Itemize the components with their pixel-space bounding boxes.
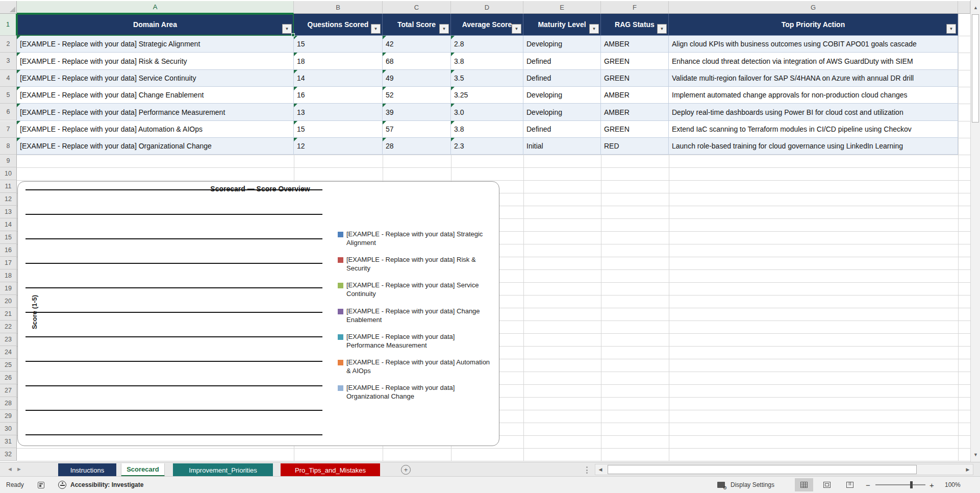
new-sheet-button[interactable]: + (401, 465, 411, 475)
cell-total[interactable]: 28 (383, 138, 451, 155)
zoom-slider-thumb[interactable] (910, 481, 913, 488)
cell-maturity[interactable]: Developing (523, 36, 601, 53)
cell-action[interactable]: Implement automated change approvals for… (669, 87, 958, 104)
cell-questions[interactable]: 12 (294, 138, 383, 155)
page-layout-view-button[interactable] (818, 478, 836, 491)
row-header-12[interactable]: 12 (0, 193, 17, 206)
filter-dropdown-button[interactable]: ▼ (589, 24, 599, 34)
row-header-28[interactable]: 28 (0, 397, 17, 410)
cell-domain[interactable]: [EXAMPLE - Replace with your data] Risk … (17, 53, 294, 70)
tab-instructions[interactable]: Instructions (58, 463, 116, 477)
row-header-13[interactable]: 13 (0, 206, 17, 218)
page-break-view-button[interactable] (841, 478, 859, 491)
tab-scroll-splitter[interactable] (586, 466, 588, 474)
filter-dropdown-button[interactable]: ▼ (371, 24, 381, 34)
header-cell-questions-scored[interactable]: Questions Scored▼ (294, 14, 383, 36)
column-header-C[interactable]: C (383, 1, 451, 14)
row-header-15[interactable]: 15 (0, 231, 17, 244)
column-header-E[interactable]: E (523, 1, 601, 14)
cell-average[interactable]: 2.8 (451, 36, 523, 53)
tab-pro-tips-and-mistakes[interactable]: Pro_Tips_and_Mistakes (281, 463, 380, 477)
scroll-up-button[interactable]: ▲ (971, 1, 980, 14)
scroll-right-button[interactable]: ▶ (963, 464, 973, 475)
cell-action[interactable]: Validate multi-region failover for SAP S… (669, 70, 958, 87)
cell-rag[interactable]: GREEN (601, 70, 669, 87)
cell-action[interactable]: Enhance cloud threat detection via integ… (669, 53, 958, 70)
row-header-26[interactable]: 26 (0, 372, 17, 384)
filter-dropdown-button[interactable]: ▼ (946, 24, 956, 34)
cell-average[interactable]: 3.5 (451, 70, 523, 87)
cell-rag[interactable]: GREEN (601, 53, 669, 70)
cell-maturity[interactable]: Developing (523, 87, 601, 104)
cell-maturity[interactable]: Defined (523, 121, 601, 138)
row-header-24[interactable]: 24 (0, 346, 17, 359)
cell-total[interactable]: 52 (383, 87, 451, 104)
cell-average[interactable]: 2.3 (451, 138, 523, 155)
cell-total[interactable]: 68 (383, 53, 451, 70)
row-header-16[interactable]: 16 (0, 244, 17, 257)
column-header-F[interactable]: F (601, 1, 669, 14)
header-cell-rag-status[interactable]: RAG Status▼ (601, 14, 669, 36)
cell-average[interactable]: 3.25 (451, 87, 523, 104)
cell-domain[interactable]: [EXAMPLE - Replace with your data] Chang… (17, 87, 294, 104)
row-header-5[interactable]: 5 (0, 87, 17, 104)
row-header-29[interactable]: 29 (0, 410, 17, 423)
scroll-down-button[interactable]: ▼ (971, 448, 980, 461)
row-header-8[interactable]: 8 (0, 138, 17, 155)
column-header-B[interactable]: B (294, 1, 383, 14)
normal-view-button[interactable] (795, 478, 813, 491)
row-header-18[interactable]: 18 (0, 269, 17, 282)
cell-action[interactable]: Launch role-based training for cloud gov… (669, 138, 958, 155)
zoom-in-button[interactable]: + (929, 477, 934, 493)
row-header-17[interactable]: 17 (0, 257, 17, 269)
cell-domain[interactable]: [EXAMPLE - Replace with your data] Organ… (17, 138, 294, 155)
vertical-scrollbar-thumb[interactable] (972, 14, 979, 122)
cell-questions[interactable]: 16 (294, 87, 383, 104)
row-header-20[interactable]: 20 (0, 295, 17, 308)
row-header-14[interactable]: 14 (0, 218, 17, 231)
macro-record-icon[interactable] (38, 477, 44, 493)
horizontal-scrollbar[interactable]: ◀ ▶ (595, 464, 973, 475)
filter-dropdown-button[interactable]: ▼ (657, 24, 667, 34)
row-header-2[interactable]: 2 (0, 36, 17, 53)
cell-questions[interactable]: 13 (294, 104, 383, 121)
cell-action[interactable]: Deploy real-time dashboards using Power … (669, 104, 958, 121)
zoom-slider-track[interactable] (875, 484, 925, 485)
row-header-32[interactable]: 32 (0, 448, 17, 461)
column-header-H-partial[interactable] (958, 1, 970, 14)
cell-questions[interactable]: 18 (294, 53, 383, 70)
cell-questions[interactable]: 14 (294, 70, 383, 87)
row-header-4[interactable]: 4 (0, 70, 17, 87)
cell-maturity[interactable]: Defined (523, 70, 601, 87)
cell-rag[interactable]: AMBER (601, 104, 669, 121)
cell-questions[interactable]: 15 (294, 121, 383, 138)
cell-maturity[interactable]: Defined (523, 53, 601, 70)
header-cell-average-score[interactable]: Average Score▼ (451, 14, 523, 36)
row-header-30[interactable]: 30 (0, 423, 17, 435)
row-header-9[interactable]: 9 (0, 155, 17, 167)
tab-scorecard[interactable]: Scorecard (121, 463, 165, 477)
cell-maturity[interactable]: Developing (523, 104, 601, 121)
cell-rag[interactable]: GREEN (601, 121, 669, 138)
zoom-level[interactable]: 100% (945, 477, 961, 493)
row-header-19[interactable]: 19 (0, 282, 17, 295)
header-cell-domain-area[interactable]: Domain Area▼ (17, 14, 294, 36)
cell-maturity[interactable]: Initial (523, 138, 601, 155)
zoom-out-button[interactable]: − (866, 477, 870, 493)
row-header-31[interactable]: 31 (0, 435, 17, 448)
row-header-22[interactable]: 22 (0, 321, 17, 333)
cell-rag[interactable]: AMBER (601, 36, 669, 53)
cell-rag[interactable]: AMBER (601, 87, 669, 104)
display-settings-button[interactable]: Display Settings (731, 477, 774, 493)
tab-improvement-priorities[interactable]: Improvement_Priorities (173, 463, 273, 477)
header-cell-total-score[interactable]: Total Score▼ (383, 14, 451, 36)
cell-domain[interactable]: [EXAMPLE - Replace with your data] Servi… (17, 70, 294, 87)
cell-average[interactable]: 3.8 (451, 53, 523, 70)
cell-domain[interactable]: [EXAMPLE - Replace with your data] Autom… (17, 121, 294, 138)
header-cell-top-priority-action[interactable]: Top Priority Action▼ (669, 14, 958, 36)
cell-total[interactable]: 57 (383, 121, 451, 138)
row-header-1[interactable]: 1 (0, 14, 17, 36)
cell-average[interactable]: 3.0 (451, 104, 523, 121)
horizontal-scrollbar-thumb[interactable] (608, 465, 917, 474)
header-cell-maturity-level[interactable]: Maturity Level▼ (523, 14, 601, 36)
